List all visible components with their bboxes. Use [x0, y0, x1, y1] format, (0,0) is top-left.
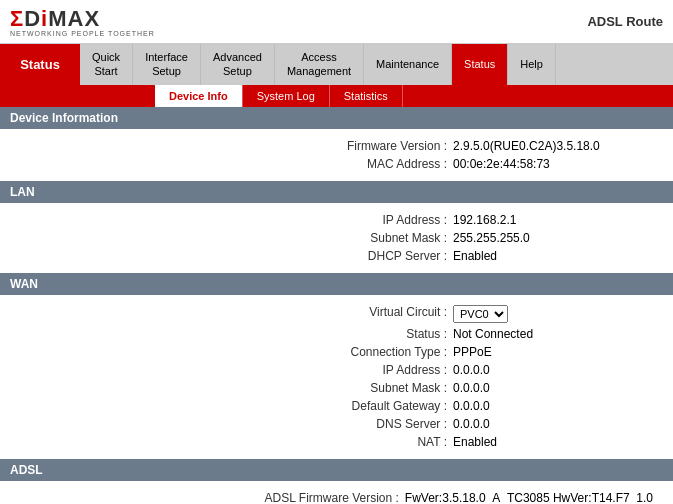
logo-area: ΣDiMAX NETWORKING PEOPLE TOGETHER: [10, 6, 155, 37]
wan-status-row: Status : Not Connected: [0, 325, 673, 343]
adsl-firmware-value: FwVer:3.5.18.0_A_TC3085 HwVer:T14.F7_1.0: [405, 491, 653, 504]
mac-value: 00:0e:2e:44:58:73: [453, 157, 653, 171]
nav-items: QuickStart InterfaceSetup AdvancedSetup …: [80, 44, 673, 85]
lan-subnet-row: Subnet Mask : 255.255.255.0: [0, 229, 673, 247]
wan-vc-row: Virtual Circuit : PVC0 PVC1 PVC2: [0, 303, 673, 325]
lan-dhcp-label: DHCP Server :: [287, 249, 447, 263]
wan-status-value: Not Connected: [453, 327, 653, 341]
wan-gateway-value: 0.0.0.0: [453, 399, 653, 413]
wan-gateway-row: Default Gateway : 0.0.0.0: [0, 397, 673, 415]
lan-table: IP Address : 192.168.2.1 Subnet Mask : 2…: [0, 203, 673, 273]
lan-ip-row: IP Address : 192.168.2.1: [0, 211, 673, 229]
lan-subnet-value: 255.255.255.0: [453, 231, 653, 245]
mac-label: MAC Address :: [287, 157, 447, 171]
mac-row: MAC Address : 00:0e:2e:44:58:73: [0, 155, 673, 173]
nav-quick-start[interactable]: QuickStart: [80, 44, 133, 85]
sub-nav: Device Info System Log Statistics: [0, 85, 673, 107]
lan-ip-label: IP Address :: [287, 213, 447, 227]
firmware-label: Firmware Version :: [287, 139, 447, 153]
firmware-row: Firmware Version : 2.9.5.0(RUE0.C2A)3.5.…: [0, 137, 673, 155]
section-device-information: Device Information: [0, 107, 673, 129]
header: ΣDiMAX NETWORKING PEOPLE TOGETHER ADSL R…: [0, 0, 673, 44]
nav-status[interactable]: Status: [452, 44, 508, 85]
device-info-table: Firmware Version : 2.9.5.0(RUE0.C2A)3.5.…: [0, 129, 673, 181]
wan-table: Virtual Circuit : PVC0 PVC1 PVC2 Status …: [0, 295, 673, 459]
wan-vc-value: PVC0 PVC1 PVC2: [453, 305, 653, 323]
wan-status-label: Status :: [287, 327, 447, 341]
sub-nav-statistics[interactable]: Statistics: [330, 85, 403, 107]
lan-dhcp-row: DHCP Server : Enabled: [0, 247, 673, 265]
wan-ip-row: IP Address : 0.0.0.0: [0, 361, 673, 379]
lan-subnet-label: Subnet Mask :: [287, 231, 447, 245]
adsl-firmware-label: ADSL Firmware Version :: [239, 491, 399, 504]
wan-nat-label: NAT :: [287, 435, 447, 449]
wan-subnet-label: Subnet Mask :: [287, 381, 447, 395]
section-adsl: ADSL: [0, 459, 673, 481]
nav-maintenance[interactable]: Maintenance: [364, 44, 452, 85]
lan-ip-value: 192.168.2.1: [453, 213, 653, 227]
main-nav: Status QuickStart InterfaceSetup Advance…: [0, 44, 673, 85]
section-wan: WAN: [0, 273, 673, 295]
router-name: ADSL Route: [587, 14, 663, 29]
wan-gateway-label: Default Gateway :: [287, 399, 447, 413]
wan-conntype-row: Connection Type : PPPoE: [0, 343, 673, 361]
sub-nav-system-log[interactable]: System Log: [243, 85, 330, 107]
logo: ΣDiMAX: [10, 6, 155, 32]
wan-nat-row: NAT : Enabled: [0, 433, 673, 451]
wan-conntype-label: Connection Type :: [287, 345, 447, 359]
adsl-firmware-row: ADSL Firmware Version : FwVer:3.5.18.0_A…: [0, 489, 673, 504]
wan-ip-label: IP Address :: [287, 363, 447, 377]
firmware-value: 2.9.5.0(RUE0.C2A)3.5.18.0: [453, 139, 653, 153]
wan-dns-value: 0.0.0.0: [453, 417, 653, 431]
lan-dhcp-value: Enabled: [453, 249, 653, 263]
adsl-table: ADSL Firmware Version : FwVer:3.5.18.0_A…: [0, 481, 673, 504]
nav-interface-setup[interactable]: InterfaceSetup: [133, 44, 201, 85]
content: Device Information Firmware Version : 2.…: [0, 107, 673, 504]
wan-subnet-value: 0.0.0.0: [453, 381, 653, 395]
logo-subtitle: NETWORKING PEOPLE TOGETHER: [10, 30, 155, 37]
wan-dns-label: DNS Server :: [287, 417, 447, 431]
wan-nat-value: Enabled: [453, 435, 653, 449]
nav-advanced-setup[interactable]: AdvancedSetup: [201, 44, 275, 85]
wan-dns-row: DNS Server : 0.0.0.0: [0, 415, 673, 433]
wan-vc-label: Virtual Circuit :: [287, 305, 447, 323]
nav-access-management[interactable]: AccessManagement: [275, 44, 364, 85]
sub-nav-device-info[interactable]: Device Info: [155, 85, 243, 107]
wan-subnet-row: Subnet Mask : 0.0.0.0: [0, 379, 673, 397]
nav-status-label: Status: [0, 44, 80, 85]
virtual-circuit-select[interactable]: PVC0 PVC1 PVC2: [453, 305, 508, 323]
wan-ip-value: 0.0.0.0: [453, 363, 653, 377]
wan-conntype-value: PPPoE: [453, 345, 653, 359]
section-lan: LAN: [0, 181, 673, 203]
nav-help[interactable]: Help: [508, 44, 556, 85]
